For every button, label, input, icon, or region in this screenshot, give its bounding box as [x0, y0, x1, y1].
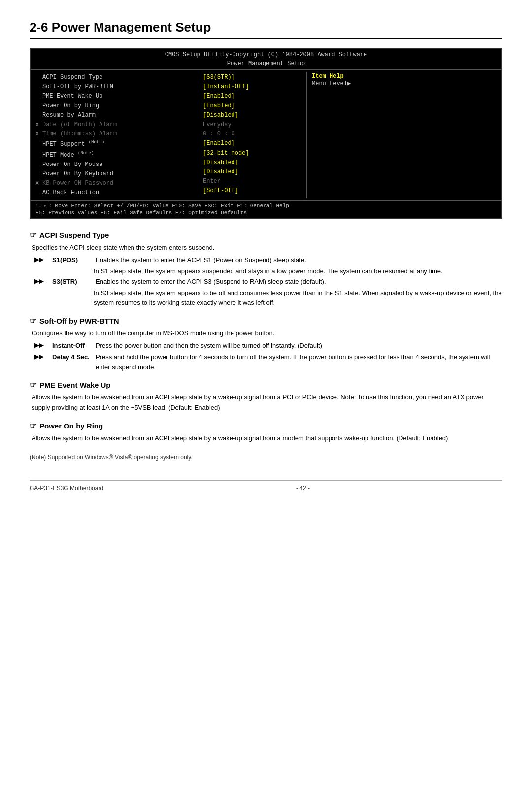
- bios-row-label: HPET Support (Note): [42, 139, 104, 149]
- section-desc: Specifies the ACPI sleep state when the …: [32, 243, 502, 253]
- bios-row-label: KB Power ON Password: [42, 179, 113, 188]
- bios-value-text: [Enabled]: [203, 139, 235, 148]
- sub-item: ▶▶Instant-OffPress the power button and …: [34, 341, 502, 351]
- sections-container: ☞ACPI Suspend TypeSpecifies the ACPI sle…: [30, 230, 502, 443]
- bios-value-text: 0 : 0 : 0: [203, 130, 235, 139]
- bios-value-text: [Disabled]: [203, 167, 238, 177]
- sub-item-label: S1(POS): [52, 255, 92, 265]
- bios-settings-left: ACPI Suspend Type Soft-Off by PWR-BTTN P…: [31, 72, 198, 198]
- bios-row: Power On by Ring: [35, 101, 193, 111]
- bios-value-text: [Enabled]: [203, 101, 235, 111]
- section-icon: ☞: [30, 380, 36, 390]
- sub-item-label: S3(STR): [52, 277, 92, 287]
- bios-value-text: Everyday: [203, 120, 232, 130]
- section-acpi-suspend-type: ☞ACPI Suspend TypeSpecifies the ACPI sle…: [30, 230, 502, 308]
- bios-row-value: [Disabled]: [203, 111, 301, 120]
- footer-left: GA-P31-ES3G Motherboard: [30, 485, 103, 492]
- bios-value-text: Enter: [203, 177, 221, 186]
- bios-header-line1: CMOS Setup Utility-Copyright (C) 1984-20…: [31, 50, 501, 59]
- page-title: 2-6 Power Management Setup: [30, 20, 502, 39]
- section-title: ☞Soft-Off by PWR-BTTN: [30, 316, 502, 326]
- bios-row-label: AC Back Function: [42, 188, 99, 198]
- bios-row-x: [35, 73, 42, 82]
- bios-row: xDate (of Month) Alarm: [35, 120, 193, 130]
- bios-row-x: [35, 82, 42, 92]
- sub-item-arrow: ▶▶: [34, 352, 49, 373]
- bios-row: ACPI Suspend Type: [35, 73, 193, 82]
- section-pme-event-wake-up: ☞PME Event Wake UpAllows the system to b…: [30, 380, 502, 413]
- bios-row-x: [35, 139, 42, 149]
- bios-help-text: Menu Level▶: [312, 80, 497, 87]
- sub-item-continued: In S1 sleep state, the system appears su…: [94, 266, 502, 277]
- bios-footer-line2: F5: Previous Values F6: Fail-Safe Defaul…: [35, 210, 289, 216]
- bios-row-x: [35, 188, 42, 198]
- section-title: ☞Power On by Ring: [30, 421, 502, 430]
- bios-row-value: [32-bit mode]: [203, 149, 301, 158]
- bios-row-value: [Disabled]: [203, 158, 301, 167]
- bios-row-label: PME Event Wake Up: [42, 92, 102, 101]
- bios-row-x: [35, 111, 42, 120]
- section-icon: ☞: [30, 230, 36, 240]
- sub-item-arrow: ▶▶: [34, 277, 49, 287]
- sub-item-arrow: ▶▶: [34, 255, 49, 265]
- bios-row-label: Time (hh:mm:ss) Alarm: [42, 130, 117, 139]
- bios-footer-line1: ↑↓→←: Move Enter: Select +/-/PU/PD: Valu…: [35, 203, 289, 209]
- section-title-text: ACPI Suspend Type: [39, 231, 109, 239]
- section-soft-off-pwr-bttn: ☞Soft-Off by PWR-BTTNConfigures the way …: [30, 316, 502, 372]
- section-title: ☞ACPI Suspend Type: [30, 230, 502, 240]
- section-title-text: Soft-Off by PWR-BTTN: [39, 317, 119, 325]
- bios-settings-values: [S3(STR)][Instant-Off][Enabled][Enabled]…: [198, 72, 306, 198]
- bios-value-text: [Enabled]: [203, 92, 235, 101]
- bios-row-x: x: [35, 179, 42, 188]
- bios-row-x: x: [35, 120, 42, 130]
- bios-row-x: [35, 169, 42, 179]
- bios-row-value: [Disabled]: [203, 167, 301, 177]
- bios-row-value: [Enabled]: [203, 139, 301, 148]
- bios-row-value: [S3(STR)]: [203, 73, 301, 82]
- bios-row-x: [35, 160, 42, 169]
- bios-help: Item Help Menu Level▶: [306, 72, 501, 198]
- bios-header: CMOS Setup Utility-Copyright (C) 1984-20…: [31, 49, 501, 70]
- bios-value-text: [S3(STR)]: [203, 73, 235, 82]
- footer-center: - 42 -: [296, 485, 310, 492]
- bios-row-label: ACPI Suspend Type: [42, 73, 102, 82]
- bios-row-x: [35, 150, 42, 160]
- bios-row-label: Resume by Alarm: [42, 111, 96, 120]
- sub-item: ▶▶Delay 4 Sec.Press and hold the power b…: [34, 352, 502, 373]
- bios-footer: ↑↓→←: Move Enter: Select +/-/PU/PD: Valu…: [31, 200, 501, 218]
- section-desc: Configures the way to turn off the compu…: [32, 329, 502, 339]
- note-text: (Note) Supported on Windows® Vista® oper…: [30, 454, 502, 461]
- bios-row: HPET Support (Note): [35, 139, 193, 149]
- bios-row-label: Date (of Month) Alarm: [42, 120, 117, 130]
- section-desc: Allows the system to be awakened from an…: [32, 393, 502, 413]
- sub-item-continued: In S3 sleep state, the system appears to…: [94, 288, 502, 309]
- bios-row: HPET Mode (Note): [35, 150, 193, 160]
- bios-row-value: [Soft-Off]: [203, 186, 301, 196]
- bios-screenshot: CMOS Setup Utility-Copyright (C) 1984-20…: [30, 48, 502, 219]
- bios-header-line2: Power Management Setup: [31, 59, 501, 68]
- bios-help-title: Item Help: [312, 73, 497, 80]
- sub-item-desc: Press and hold the power button for 4 se…: [96, 352, 502, 373]
- bios-value-text: [Disabled]: [203, 158, 238, 167]
- bios-row: xTime (hh:mm:ss) Alarm: [35, 130, 193, 139]
- bios-value-text: [32-bit mode]: [203, 149, 249, 158]
- sub-item-arrow: ▶▶: [34, 341, 49, 351]
- bios-row-label: Power On By Keyboard: [42, 169, 113, 179]
- bios-value-text: [Soft-Off]: [203, 186, 238, 196]
- section-icon: ☞: [30, 421, 36, 430]
- bios-row-x: x: [35, 130, 42, 139]
- section-title-text: PME Event Wake Up: [39, 381, 110, 389]
- bios-row-label: Power On by Ring: [42, 101, 99, 111]
- bios-row: Resume by Alarm: [35, 111, 193, 120]
- sub-item: ▶▶S1(POS)Enables the system to enter the…: [34, 255, 502, 265]
- sub-item: ▶▶S3(STR)Enables the system to enter the…: [34, 277, 502, 287]
- sub-item-desc: Enables the system to enter the ACPI S3 …: [96, 277, 502, 287]
- bios-row: PME Event Wake Up: [35, 92, 193, 101]
- sub-item-desc: Press the power button and then the syst…: [96, 341, 502, 351]
- sub-item-label: Instant-Off: [52, 341, 92, 351]
- bios-row-x: [35, 101, 42, 111]
- bios-value-text: [Disabled]: [203, 111, 238, 120]
- bios-row: AC Back Function: [35, 188, 193, 198]
- section-title-text: Power On by Ring: [39, 422, 103, 430]
- bios-row-label: Soft-Off by PWR-BTTN: [42, 82, 113, 92]
